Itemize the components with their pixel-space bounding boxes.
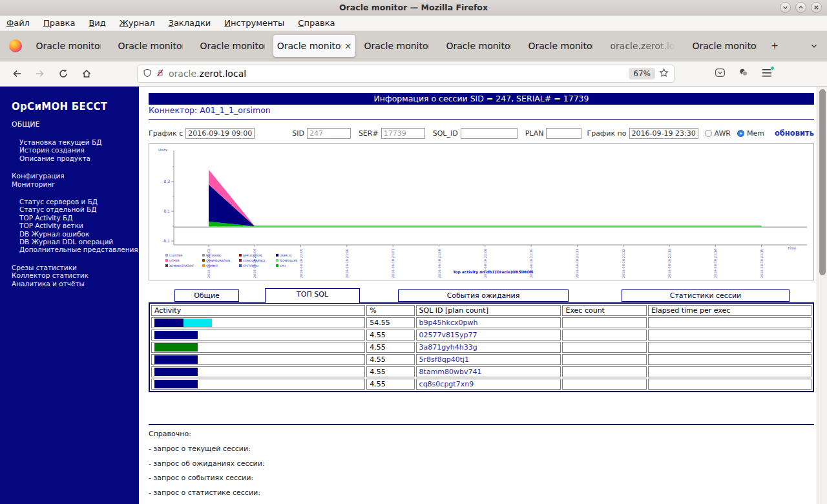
sidebar-link[interactable]: Описание продукта	[19, 154, 139, 162]
sql-id-link[interactable]: 3a871gyh4h33g	[419, 343, 477, 352]
app-menu-icon[interactable]	[762, 68, 772, 80]
tab-wait-events[interactable]: События ожидания	[398, 289, 569, 302]
browser-tab[interactable]: oracle.zerot.loc	[602, 35, 684, 57]
close-button[interactable]	[811, 2, 822, 13]
sidebar-link[interactable]: Дополнительные представления	[19, 246, 139, 253]
legend-swatch	[276, 264, 278, 267]
tab-top-sql[interactable]: ТОП SQL	[265, 288, 360, 303]
elapsed-cell	[648, 342, 811, 353]
x-tick-label: 2016-09-19 21:05	[299, 249, 303, 278]
tab-general[interactable]: Общие	[174, 289, 239, 302]
sidebar-link[interactable]: Конфигурация	[12, 172, 139, 180]
sql-id-link[interactable]: 8tamm80wbv741	[419, 368, 482, 376]
menu-item[interactable]: Файл	[6, 18, 30, 28]
tab-session-stats[interactable]: Статистики сессии	[622, 289, 790, 302]
sidebar-link[interactable]: Аналитика и отчёты	[12, 280, 139, 288]
zoom-level-badge[interactable]: 67%	[629, 68, 655, 79]
sidebar-link[interactable]: Срезы статистики	[12, 264, 139, 271]
maximize-button[interactable]	[795, 2, 806, 13]
percent-cell: 54.55	[366, 317, 414, 328]
mem-radio-circle[interactable]	[737, 130, 744, 137]
sqlid-cell: 02577v815yp77	[416, 330, 561, 341]
sidebar-link[interactable]: TOP Activity ветки	[19, 222, 139, 229]
menu-item[interactable]: Вид	[89, 18, 105, 28]
menu-item[interactable]: Журнал	[120, 18, 155, 28]
sql-id-link[interactable]: 02577v815yp77	[419, 331, 477, 339]
radio-mem[interactable]: Mem	[737, 129, 764, 138]
legend-label: CONCURRENCY	[243, 259, 266, 262]
sidebar-link[interactable]: DB Журнал ошибок	[19, 230, 139, 238]
new-tab-button[interactable]: +	[766, 37, 784, 55]
column-header: Activity	[151, 305, 365, 316]
bookmark-star-icon[interactable]	[659, 68, 669, 80]
percent-cell: 4.55	[366, 354, 414, 365]
sql-id-link[interactable]: b9p45hkcx0pwh	[419, 319, 478, 327]
sqlid-input[interactable]	[461, 128, 518, 139]
list-tabs-button[interactable]	[805, 37, 823, 55]
sidebar-link[interactable]: Коллектор статистик	[12, 271, 139, 279]
legend-swatch	[239, 264, 242, 267]
table-row: 4.558tamm80wbv741	[151, 366, 811, 377]
sidebar-link[interactable]: TOP Activity БД	[19, 214, 139, 222]
session-info-header: Информация о сессии SID = 247, SERIAL# =…	[149, 93, 814, 105]
browser-tab[interactable]: Oracle monitor	[191, 35, 273, 57]
browser-tab[interactable]: Oracle monitor	[519, 35, 602, 57]
reload-button[interactable]	[54, 65, 72, 83]
shield-icon[interactable]	[143, 68, 152, 80]
sql-id-link[interactable]: 5r8sf8qp40tj1	[419, 355, 469, 364]
insecure-lock-icon[interactable]	[156, 68, 165, 80]
percent-cell: 4.55	[366, 342, 414, 353]
legend-swatch	[239, 254, 242, 257]
sidebar-link[interactable]: Мониторинг	[12, 180, 139, 188]
sidebar-link[interactable]: История создания	[19, 146, 139, 154]
browser-tab[interactable]: Oracle monitor×	[273, 35, 355, 57]
navigation-toolbar: oracle.zerot.local 67%	[0, 61, 827, 87]
forward-button[interactable]	[31, 65, 49, 83]
chart-to-input[interactable]	[629, 128, 698, 139]
legend-label: APPLICATION	[243, 254, 262, 257]
url-text[interactable]: oracle.zerot.local	[169, 68, 625, 79]
menu-item[interactable]: Закладки	[169, 18, 211, 28]
plan-input[interactable]	[546, 128, 581, 139]
chart-from-input[interactable]	[185, 128, 255, 139]
reference-title: Справочно:	[149, 430, 814, 438]
y-tick-label: 0,3	[163, 179, 170, 184]
browser-tab[interactable]: Oracle monitor	[27, 35, 109, 57]
sidebar-group: Статус серверов и БДСтатус отдельной БДT…	[19, 198, 139, 254]
sql-id-link[interactable]: cq8s0cpgt7xn9	[419, 380, 474, 388]
sidebar-link[interactable]: Установка текущей БД	[19, 138, 139, 146]
menu-item[interactable]: Правка	[43, 18, 75, 28]
url-bar[interactable]: oracle.zerot.local 67%	[137, 65, 675, 83]
bar-segment	[154, 319, 183, 327]
firefox-icon[interactable]	[9, 39, 22, 52]
account-icon[interactable]	[738, 67, 749, 81]
browser-tab[interactable]: Oracle monitor	[684, 35, 766, 57]
awr-radio-circle[interactable]	[705, 130, 712, 137]
legend-swatch	[202, 264, 205, 267]
back-button[interactable]	[8, 65, 26, 83]
menu-item[interactable]: Инструменты	[224, 18, 284, 28]
legend-swatch	[165, 254, 168, 257]
sidebar-link[interactable]: DB Журнал DDL операций	[19, 238, 139, 246]
sidebar-link[interactable]: Статус серверов и БД	[19, 198, 139, 205]
column-header: Exec count	[562, 305, 647, 316]
scrollbar[interactable]	[817, 87, 827, 504]
serial-input[interactable]	[381, 128, 425, 139]
tab-close-icon[interactable]: ×	[344, 41, 352, 50]
radio-awr[interactable]: AWR	[705, 129, 731, 138]
home-button[interactable]	[78, 65, 96, 83]
browser-tab[interactable]: Oracle monitor	[109, 35, 191, 57]
x-tick-label: 2016-09-19 21:03	[207, 249, 211, 278]
legend-swatch	[276, 259, 278, 262]
browser-tab[interactable]: Oracle monitor	[355, 35, 437, 57]
pocket-icon[interactable]	[715, 67, 726, 81]
sidebar-link[interactable]: Статус отдельной БД	[19, 205, 139, 213]
minimize-button[interactable]	[780, 2, 791, 13]
activity-bar	[154, 319, 362, 327]
percent-cell: 4.55	[366, 330, 414, 341]
sid-input[interactable]	[307, 128, 351, 139]
refresh-link[interactable]: обновить	[775, 129, 814, 138]
scrollbar-thumb[interactable]	[819, 89, 826, 275]
browser-tab[interactable]: Oracle monitor	[437, 35, 519, 57]
menu-item[interactable]: Справка	[298, 18, 335, 28]
